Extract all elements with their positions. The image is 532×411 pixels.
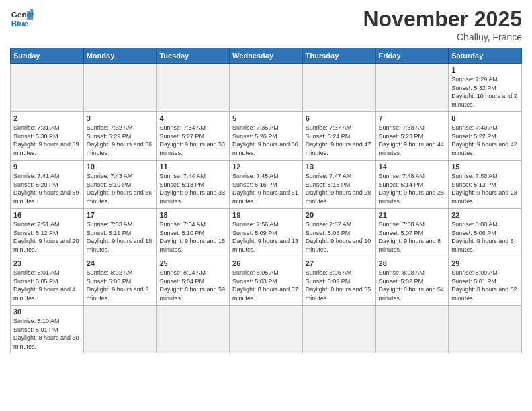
day-number: 9 [13,163,81,171]
table-row: 5Sunrise: 7:35 AM Sunset: 5:26 PM Daylig… [230,112,303,161]
table-row: 25Sunrise: 8:04 AM Sunset: 5:04 PM Dayli… [157,257,230,306]
day-number: 11 [159,163,226,171]
table-row [302,64,375,112]
day-number: 15 [451,163,519,171]
table-row: 24Sunrise: 8:02 AM Sunset: 5:05 PM Dayli… [83,257,157,306]
day-info: Sunrise: 7:29 AM Sunset: 5:32 PM Dayligh… [451,75,519,109]
day-number: 29 [451,259,519,267]
table-row [83,64,157,112]
day-info: Sunrise: 7:48 AM Sunset: 5:14 PM Dayligh… [379,172,446,205]
table-row: 13Sunrise: 7:47 AM Sunset: 5:15 PM Dayli… [302,161,375,209]
table-row: 16Sunrise: 7:51 AM Sunset: 5:12 PM Dayli… [11,209,84,257]
day-number: 13 [306,163,373,171]
day-info: Sunrise: 7:50 AM Sunset: 5:13 PM Dayligh… [451,172,519,205]
header-row: Sunday Monday Tuesday Wednesday Thursday… [11,48,522,64]
day-number: 21 [379,211,446,219]
day-info: Sunrise: 7:34 AM Sunset: 5:27 PM Dayligh… [159,124,226,157]
day-number: 6 [306,114,373,122]
day-info: Sunrise: 7:45 AM Sunset: 5:16 PM Dayligh… [232,172,300,205]
table-row [157,64,230,112]
day-info: Sunrise: 8:08 AM Sunset: 5:02 PM Dayligh… [379,269,446,302]
table-row: 7Sunrise: 7:38 AM Sunset: 5:23 PM Daylig… [375,112,449,161]
day-number: 4 [159,114,226,122]
table-row: 8Sunrise: 7:40 AM Sunset: 5:22 PM Daylig… [449,112,522,161]
day-number: 18 [159,211,226,219]
day-number: 8 [451,114,519,122]
day-info: Sunrise: 7:54 AM Sunset: 5:10 PM Dayligh… [159,220,226,254]
header: General Blue November 2025 Challuy, Fran… [10,7,522,42]
day-info: Sunrise: 8:09 AM Sunset: 5:01 PM Dayligh… [451,269,519,302]
table-row: 15Sunrise: 7:50 AM Sunset: 5:13 PM Dayli… [449,161,522,209]
day-number: 28 [379,259,446,267]
logo: General Blue [10,7,34,31]
table-row [230,64,303,112]
table-row [375,306,449,353]
day-number: 27 [306,259,373,267]
day-info: Sunrise: 7:58 AM Sunset: 5:07 PM Dayligh… [379,220,446,254]
day-number: 16 [13,211,81,219]
day-number: 23 [13,259,81,267]
table-row: 21Sunrise: 7:58 AM Sunset: 5:07 PM Dayli… [375,209,449,257]
table-row [302,306,375,353]
calendar-table: Sunday Monday Tuesday Wednesday Thursday… [10,48,522,353]
day-info: Sunrise: 8:02 AM Sunset: 5:05 PM Dayligh… [87,269,154,302]
table-row: 10Sunrise: 7:43 AM Sunset: 5:19 PM Dayli… [83,161,157,209]
day-number: 3 [87,114,154,122]
table-row: 4Sunrise: 7:34 AM Sunset: 5:27 PM Daylig… [157,112,230,161]
col-friday: Friday [375,48,449,64]
table-row: 26Sunrise: 8:05 AM Sunset: 5:03 PM Dayli… [230,257,303,306]
day-info: Sunrise: 7:41 AM Sunset: 5:20 PM Dayligh… [13,172,81,205]
day-number: 20 [306,211,373,219]
col-sunday: Sunday [11,48,84,64]
table-row: 14Sunrise: 7:48 AM Sunset: 5:14 PM Dayli… [375,161,449,209]
day-info: Sunrise: 7:43 AM Sunset: 5:19 PM Dayligh… [87,172,154,205]
table-row [449,306,522,353]
col-saturday: Saturday [449,48,522,64]
table-row: 28Sunrise: 8:08 AM Sunset: 5:02 PM Dayli… [375,257,449,306]
table-row [375,64,449,112]
day-info: Sunrise: 8:05 AM Sunset: 5:03 PM Dayligh… [232,269,300,302]
day-number: 12 [232,163,300,171]
day-info: Sunrise: 7:37 AM Sunset: 5:24 PM Dayligh… [306,124,373,157]
calendar-page: General Blue November 2025 Challuy, Fran… [0,0,532,411]
table-row: 12Sunrise: 7:45 AM Sunset: 5:16 PM Dayli… [230,161,303,209]
logo-icon: General Blue [10,7,34,31]
day-info: Sunrise: 8:06 AM Sunset: 5:02 PM Dayligh… [306,269,373,302]
day-number: 10 [87,163,154,171]
day-info: Sunrise: 8:04 AM Sunset: 5:04 PM Dayligh… [159,269,226,302]
table-row: 29Sunrise: 8:09 AM Sunset: 5:01 PM Dayli… [449,257,522,306]
day-number: 1 [451,66,519,74]
day-info: Sunrise: 7:56 AM Sunset: 5:09 PM Dayligh… [232,220,300,254]
day-info: Sunrise: 7:35 AM Sunset: 5:26 PM Dayligh… [232,124,300,157]
table-row: 17Sunrise: 7:53 AM Sunset: 5:11 PM Dayli… [83,209,157,257]
day-number: 25 [159,259,226,267]
title-block: November 2025 Challuy, France [363,7,522,42]
day-number: 19 [232,211,300,219]
table-row: 18Sunrise: 7:54 AM Sunset: 5:10 PM Dayli… [157,209,230,257]
table-row: 27Sunrise: 8:06 AM Sunset: 5:02 PM Dayli… [302,257,375,306]
col-monday: Monday [83,48,157,64]
day-info: Sunrise: 7:57 AM Sunset: 5:08 PM Dayligh… [306,220,373,254]
day-info: Sunrise: 8:01 AM Sunset: 5:05 PM Dayligh… [13,269,81,302]
day-info: Sunrise: 7:53 AM Sunset: 5:11 PM Dayligh… [87,220,154,254]
day-number: 17 [87,211,154,219]
table-row: 11Sunrise: 7:44 AM Sunset: 5:18 PM Dayli… [157,161,230,209]
table-row: 20Sunrise: 7:57 AM Sunset: 5:08 PM Dayli… [302,209,375,257]
svg-text:Blue: Blue [11,19,29,28]
day-info: Sunrise: 7:40 AM Sunset: 5:22 PM Dayligh… [451,124,519,157]
day-info: Sunrise: 8:00 AM Sunset: 5:06 PM Dayligh… [451,220,519,254]
day-info: Sunrise: 7:44 AM Sunset: 5:18 PM Dayligh… [159,172,226,205]
table-row: 6Sunrise: 7:37 AM Sunset: 5:24 PM Daylig… [302,112,375,161]
day-info: Sunrise: 7:31 AM Sunset: 5:30 PM Dayligh… [13,124,81,157]
location-title: Challuy, France [363,32,522,42]
col-thursday: Thursday [302,48,375,64]
day-info: Sunrise: 7:47 AM Sunset: 5:15 PM Dayligh… [306,172,373,205]
table-row [230,306,303,353]
table-row: 9Sunrise: 7:41 AM Sunset: 5:20 PM Daylig… [11,161,84,209]
col-tuesday: Tuesday [157,48,230,64]
day-number: 24 [87,259,154,267]
table-row: 19Sunrise: 7:56 AM Sunset: 5:09 PM Dayli… [230,209,303,257]
table-row: 30Sunrise: 8:10 AM Sunset: 5:01 PM Dayli… [11,306,84,353]
day-number: 26 [232,259,300,267]
day-number: 30 [13,308,81,316]
